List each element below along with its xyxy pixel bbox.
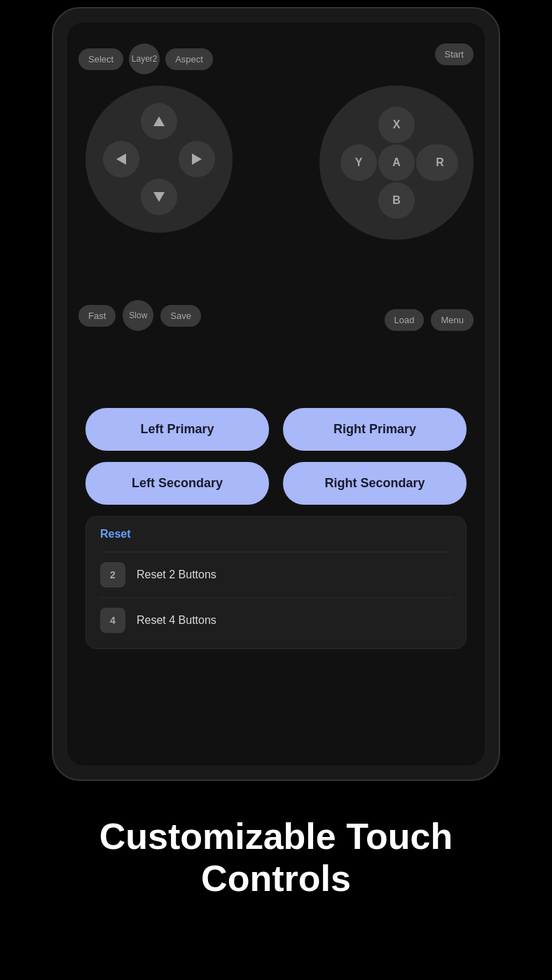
phone-inner: Select Layer2 Aspect [67,22,485,765]
reset-4-label: Reset 4 Buttons [137,614,216,627]
right-secondary-button[interactable]: Right Secondary [283,462,467,505]
phone-frame: Select Layer2 Aspect [52,7,500,781]
dpad-left-button[interactable] [103,141,139,177]
select-button[interactable]: Select [78,48,123,70]
slow-button[interactable]: Slow [123,300,153,331]
menu-button[interactable]: Menu [431,309,474,331]
reset-4-buttons-item[interactable]: 4 Reset 4 Buttons [100,597,452,643]
dpad [103,103,215,215]
reset-2-buttons-item[interactable]: 2 Reset 2 Buttons [100,552,452,597]
dpad-right-button[interactable] [179,141,215,177]
bottom-small-buttons-left: Fast Slow Save [78,300,201,331]
footer-section: Customizable Touch Controls [0,816,552,942]
save-button[interactable]: Save [160,305,201,327]
dpad-down-button[interactable] [141,179,177,215]
dpad-up-button[interactable] [141,103,177,139]
fast-button[interactable]: Fast [78,305,116,327]
start-button[interactable]: Start [435,43,474,65]
secondary-btn-row: Left Secondary Right Secondary [85,462,467,505]
face-buttons-circle: X L Y A R B [319,86,474,240]
right-primary-button[interactable]: Right Primary [283,408,467,451]
right-side: Start X L Y A R B Load Menu [291,43,474,352]
left-primary-button[interactable]: Left Primary [85,408,269,451]
left-secondary-button[interactable]: Left Secondary [85,462,269,505]
a-button[interactable]: A [378,144,415,181]
primary-btn-row: Left Primary Right Primary [85,408,467,451]
x-button[interactable]: X [378,107,415,143]
aspect-button[interactable]: Aspect [165,48,213,70]
footer-title: Customizable Touch Controls [42,816,510,900]
reset-section: Reset 2 Reset 2 Buttons 4 Reset 4 Button… [85,516,467,649]
y-button[interactable]: Y [340,144,377,181]
b-button[interactable]: B [378,182,415,219]
layer2-button[interactable]: Layer2 [129,43,160,74]
bottom-right-buttons: Load Menu [385,309,474,331]
load-button[interactable]: Load [385,309,425,331]
reset-title: Reset [100,528,452,540]
reset-2-icon: 2 [100,562,125,587]
reset-2-label: Reset 2 Buttons [137,569,216,581]
left-side: Select Layer2 Aspect [78,43,275,352]
assignment-section: Left Primary Right Primary Left Secondar… [78,408,474,505]
dpad-circle [85,86,233,233]
controller-area: Select Layer2 Aspect [78,36,474,401]
top-small-buttons: Select Layer2 Aspect [78,43,213,74]
face-buttons: X L Y A R B [340,107,453,219]
r-button[interactable]: R [422,144,458,181]
reset-4-icon: 4 [100,608,125,633]
